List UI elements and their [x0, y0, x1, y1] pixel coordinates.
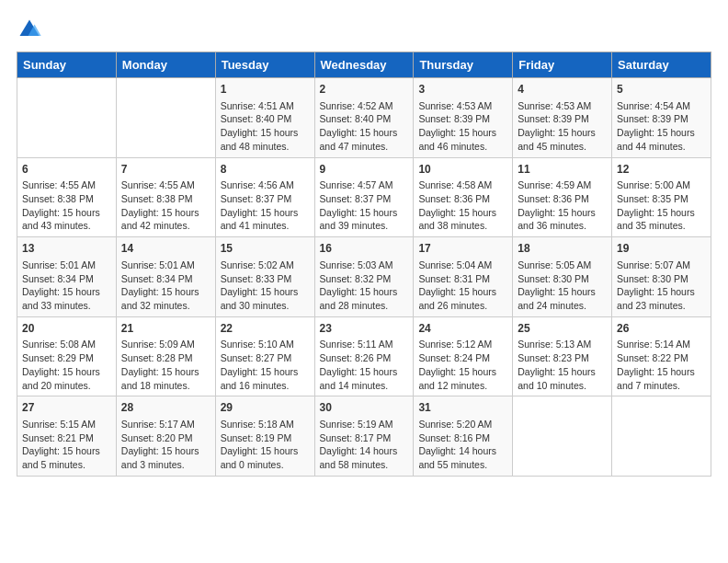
day-info: Sunset: 8:22 PM: [617, 351, 706, 365]
calendar-cell: 11Sunrise: 4:59 AMSunset: 8:36 PMDayligh…: [513, 157, 612, 237]
day-info: Sunset: 8:30 PM: [518, 272, 607, 286]
header: [17, 17, 711, 42]
day-info: Sunset: 8:37 PM: [320, 192, 409, 206]
day-info: Daylight: 15 hours and 20 minutes.: [22, 365, 111, 392]
day-info: Sunrise: 5:08 AM: [22, 338, 111, 351]
day-info: Sunset: 8:35 PM: [617, 192, 706, 206]
day-info: Sunset: 8:39 PM: [617, 112, 706, 126]
day-info: Daylight: 15 hours and 44 minutes.: [617, 126, 706, 153]
calendar-cell: 23Sunrise: 5:11 AMSunset: 8:26 PMDayligh…: [314, 316, 414, 396]
day-number: 14: [121, 241, 210, 257]
day-info: Daylight: 15 hours and 43 minutes.: [22, 206, 111, 233]
calendar-cell: 17Sunrise: 5:04 AMSunset: 8:31 PMDayligh…: [414, 237, 513, 317]
day-info: Sunset: 8:36 PM: [418, 192, 507, 206]
calendar-cell: 20Sunrise: 5:08 AMSunset: 8:29 PMDayligh…: [17, 316, 117, 396]
calendar-cell: 14Sunrise: 5:01 AMSunset: 8:34 PMDayligh…: [116, 237, 215, 317]
day-info: Daylight: 15 hours and 46 minutes.: [418, 126, 507, 153]
calendar-cell: 24Sunrise: 5:12 AMSunset: 8:24 PMDayligh…: [414, 316, 513, 396]
calendar-cell: 6Sunrise: 4:55 AMSunset: 8:38 PMDaylight…: [17, 157, 117, 237]
day-info: Daylight: 15 hours and 0 minutes.: [221, 444, 310, 471]
day-info: Daylight: 15 hours and 42 minutes.: [121, 206, 210, 233]
day-info: Daylight: 15 hours and 12 minutes.: [418, 365, 507, 392]
day-info: Sunset: 8:40 PM: [320, 112, 409, 126]
day-number: 5: [617, 82, 706, 98]
day-info: Daylight: 15 hours and 14 minutes.: [320, 365, 409, 392]
day-number: 1: [221, 82, 310, 98]
calendar-cell: 28Sunrise: 5:17 AMSunset: 8:20 PMDayligh…: [116, 396, 215, 477]
day-number: 16: [320, 241, 409, 257]
day-number: 12: [617, 162, 706, 178]
logo-icon: [17, 17, 42, 42]
day-info: Sunrise: 5:10 AM: [221, 338, 310, 351]
day-number: 21: [121, 321, 210, 337]
day-info: Sunset: 8:21 PM: [22, 431, 111, 445]
day-info: Sunrise: 4:53 AM: [418, 99, 507, 113]
day-number: 23: [320, 321, 409, 337]
day-info: Sunrise: 5:11 AM: [320, 338, 409, 351]
day-info: Sunrise: 5:14 AM: [617, 338, 706, 351]
day-info: Daylight: 15 hours and 36 minutes.: [518, 206, 607, 233]
day-info: Sunset: 8:37 PM: [221, 192, 310, 206]
day-info: Daylight: 15 hours and 7 minutes.: [617, 365, 706, 392]
calendar-cell: [612, 396, 711, 477]
day-number: 25: [518, 321, 607, 337]
calendar-cell: 2Sunrise: 4:52 AMSunset: 8:40 PMDaylight…: [314, 78, 414, 158]
day-info: Daylight: 15 hours and 10 minutes.: [518, 365, 607, 392]
day-info: Sunset: 8:20 PM: [121, 431, 210, 445]
day-info: Sunset: 8:23 PM: [518, 351, 607, 365]
day-info: Sunset: 8:33 PM: [221, 272, 310, 286]
calendar-cell: [116, 78, 215, 158]
page: SundayMondayTuesdayWednesdayThursdayFrid…: [0, 0, 728, 563]
calendar-header-thursday: Thursday: [414, 52, 513, 78]
day-info: Daylight: 15 hours and 35 minutes.: [617, 206, 706, 233]
day-info: Sunrise: 4:58 AM: [418, 178, 507, 192]
calendar-cell: [17, 78, 117, 158]
calendar-week-row: 20Sunrise: 5:08 AMSunset: 8:29 PMDayligh…: [17, 316, 711, 396]
calendar-week-row: 6Sunrise: 4:55 AMSunset: 8:38 PMDaylight…: [17, 157, 711, 237]
day-number: 30: [320, 400, 409, 416]
day-info: Daylight: 15 hours and 24 minutes.: [518, 285, 607, 312]
day-number: 4: [518, 82, 607, 98]
calendar-cell: 26Sunrise: 5:14 AMSunset: 8:22 PMDayligh…: [612, 316, 711, 396]
calendar-cell: 15Sunrise: 5:02 AMSunset: 8:33 PMDayligh…: [215, 237, 314, 317]
day-info: Daylight: 15 hours and 28 minutes.: [320, 285, 409, 312]
day-info: Daylight: 15 hours and 3 minutes.: [121, 444, 210, 471]
calendar-header-saturday: Saturday: [612, 52, 711, 78]
day-number: 7: [121, 162, 210, 178]
day-number: 22: [221, 321, 310, 337]
day-number: 3: [418, 82, 507, 98]
day-number: 2: [320, 82, 409, 98]
day-info: Sunset: 8:39 PM: [418, 112, 507, 126]
calendar-cell: 31Sunrise: 5:20 AMSunset: 8:16 PMDayligh…: [414, 396, 513, 477]
calendar-cell: 4Sunrise: 4:53 AMSunset: 8:39 PMDaylight…: [513, 78, 612, 158]
day-number: 27: [22, 400, 111, 416]
day-info: Daylight: 15 hours and 23 minutes.: [617, 285, 706, 312]
calendar-header-monday: Monday: [116, 52, 215, 78]
day-info: Daylight: 15 hours and 30 minutes.: [221, 285, 310, 312]
day-info: Sunset: 8:27 PM: [221, 351, 310, 365]
day-info: Sunset: 8:26 PM: [320, 351, 409, 365]
day-info: Daylight: 15 hours and 38 minutes.: [418, 206, 507, 233]
calendar-cell: 21Sunrise: 5:09 AMSunset: 8:28 PMDayligh…: [116, 316, 215, 396]
day-info: Daylight: 14 hours and 58 minutes.: [320, 444, 409, 471]
day-info: Daylight: 15 hours and 48 minutes.: [221, 126, 310, 153]
calendar-header-row: SundayMondayTuesdayWednesdayThursdayFrid…: [17, 52, 711, 78]
day-number: 9: [320, 162, 409, 178]
calendar-cell: 9Sunrise: 4:57 AMSunset: 8:37 PMDaylight…: [314, 157, 414, 237]
day-info: Sunrise: 5:05 AM: [518, 259, 607, 272]
day-number: 11: [518, 162, 607, 178]
day-info: Daylight: 15 hours and 33 minutes.: [22, 285, 111, 312]
calendar-cell: 25Sunrise: 5:13 AMSunset: 8:23 PMDayligh…: [513, 316, 612, 396]
calendar-cell: 30Sunrise: 5:19 AMSunset: 8:17 PMDayligh…: [314, 396, 414, 477]
day-info: Sunset: 8:19 PM: [221, 431, 310, 445]
day-info: Sunrise: 4:53 AM: [518, 99, 607, 113]
day-info: Sunrise: 5:19 AM: [320, 418, 409, 431]
day-info: Sunset: 8:24 PM: [418, 351, 507, 365]
day-number: 13: [22, 241, 111, 257]
day-info: Sunset: 8:32 PM: [320, 272, 409, 286]
day-number: 6: [22, 162, 111, 178]
day-info: Sunrise: 5:09 AM: [121, 338, 210, 351]
calendar-cell: 13Sunrise: 5:01 AMSunset: 8:34 PMDayligh…: [17, 237, 117, 317]
day-info: Sunrise: 4:57 AM: [320, 178, 409, 192]
day-number: 29: [221, 400, 310, 416]
